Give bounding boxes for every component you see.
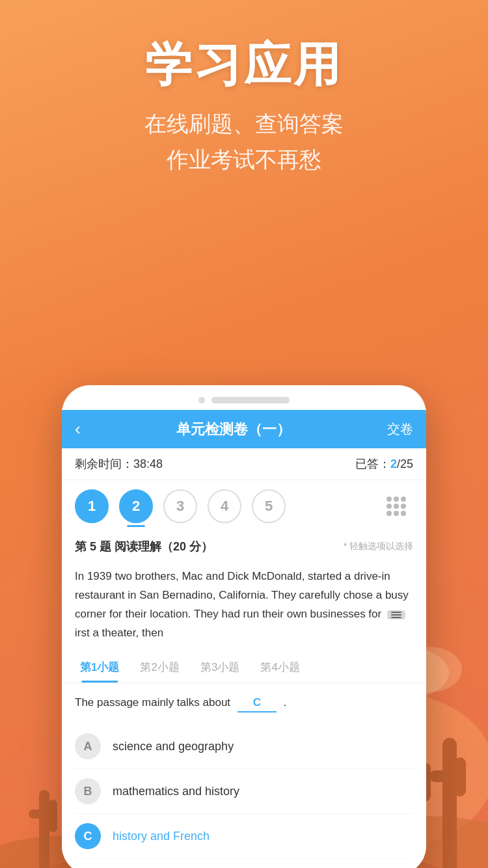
svg-rect-5 xyxy=(454,757,466,796)
phone-mockup: ‹ 单元检测卷（一） 交卷 剩余时间：38:48 已答：2/25 1 2 3 4… xyxy=(62,385,426,868)
svg-rect-8 xyxy=(29,809,49,819)
back-button[interactable]: ‹ xyxy=(75,419,81,439)
phone-dot xyxy=(198,397,205,403)
svg-rect-4 xyxy=(429,770,455,782)
svg-rect-9 xyxy=(48,800,57,832)
svg-rect-3 xyxy=(442,738,457,868)
answered-count: 已答：2/25 xyxy=(355,456,413,472)
question-section-title: 第 5 题 阅读理解（20 分） xyxy=(75,539,213,554)
option-b[interactable]: B mathematics and history xyxy=(75,769,413,814)
question-section-header: 第 5 题 阅读理解（20 分） * 轻触选项以选择 xyxy=(62,532,426,561)
option-b-circle: B xyxy=(75,778,101,804)
sub-tab-3[interactable]: 第3小题 xyxy=(190,652,250,683)
app-title: 学习应用 xyxy=(0,39,488,90)
option-c-text: history and French xyxy=(113,830,210,843)
sub-tab-4[interactable]: 第4小题 xyxy=(250,652,310,683)
timer-display: 剩余时间：38:48 xyxy=(75,456,163,472)
answer-options: A science and geography B mathematics an… xyxy=(62,719,426,868)
option-c-circle: C xyxy=(75,823,101,849)
question-num-4[interactable]: 4 xyxy=(208,489,241,523)
answer-blank: C xyxy=(237,694,277,712)
question-num-2[interactable]: 2 xyxy=(119,489,153,523)
phone-notch xyxy=(62,385,426,410)
question-grid-button[interactable] xyxy=(379,489,413,523)
app-header: ‹ 单元检测卷（一） 交卷 xyxy=(62,410,426,448)
submit-button[interactable]: 交卷 xyxy=(387,420,413,438)
question-hint: * 轻触选项以选择 xyxy=(344,541,413,552)
timer-row: 剩余时间：38:48 已答：2/25 xyxy=(62,448,426,480)
option-a[interactable]: A science and geography xyxy=(75,724,413,769)
sub-question-tabs: 第1小题 第2小题 第3小题 第4小题 xyxy=(62,652,426,683)
option-b-text: mathematics and history xyxy=(113,785,239,798)
app-subtitle: 在线刷题、查询答案 作业考试不再愁 xyxy=(0,106,488,177)
sub-tab-1[interactable]: 第1小题 xyxy=(70,652,129,683)
option-a-circle: A xyxy=(75,733,101,759)
option-c[interactable]: C history and French xyxy=(75,814,413,859)
option-a-text: science and geography xyxy=(113,740,234,753)
header-title: 单元检测卷（一） xyxy=(176,420,291,439)
question-num-3[interactable]: 3 xyxy=(163,489,197,523)
sub-tab-2[interactable]: 第2小题 xyxy=(129,652,189,683)
question-num-5[interactable]: 5 xyxy=(252,489,286,523)
question-number-row: 1 2 3 4 5 xyxy=(62,480,426,532)
question-num-1[interactable]: 1 xyxy=(75,489,109,523)
text-context-menu[interactable] xyxy=(387,610,405,619)
phone-bar xyxy=(211,397,290,403)
question-text-area: The passage mainly talks about C . xyxy=(62,683,426,719)
svg-rect-7 xyxy=(39,790,49,868)
passage-text: In 1939 two brothers, Mac and Dick McDon… xyxy=(62,561,426,652)
